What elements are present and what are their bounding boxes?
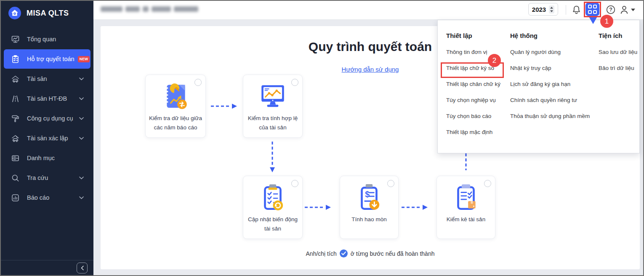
- flow-step-label: Kiểm kê tài sản: [440, 215, 492, 224]
- sidebar-item-tong-quan[interactable]: Tổng quan: [4, 29, 90, 49]
- menu-item-thoa-thuan-su-dung[interactable]: Thỏa thuận sử dụng phần mềm: [510, 113, 598, 119]
- sidebar-item-label: Tài sản: [27, 75, 47, 82]
- catalog-icon: [11, 154, 20, 163]
- menu-item-nhat-ky-truy-cap[interactable]: Nhật ký truy cập: [510, 65, 598, 71]
- menu-item-quan-ly-nguoi-dung[interactable]: Quản lý người dùng: [510, 49, 598, 55]
- sidebar: MISA QLTS Tổng quan Hỗ trợ quyết toán NE…: [1, 1, 93, 275]
- caret-down-icon[interactable]: [631, 8, 635, 11]
- flow-step-kiem-tra-du-lieu[interactable]: Kiểm tra dữ liệu giữa các năm báo cáo: [145, 75, 206, 138]
- sidebar-item-cong-cu-dung-cu[interactable]: Công cụ dụng cụ: [4, 109, 90, 128]
- menu-header: Hệ thống: [510, 32, 598, 39]
- clipboard-box-icon: [437, 183, 495, 213]
- sidebar-item-label: Tổng quan: [27, 36, 56, 43]
- flow-step-tinh-hao-mon[interactable]: $ Tính hao mòn: [340, 176, 399, 239]
- menu-item-thiet-lap-chu-ky-so[interactable]: Thiết lập chữ ký số: [446, 65, 509, 71]
- annotation-step-2-badge: 2: [488, 54, 501, 67]
- grid-icon: [588, 5, 592, 8]
- dashboard-icon: [11, 35, 20, 44]
- menu-item-tuy-chon-bao-cao[interactable]: Tùy chọn báo cáo: [446, 113, 509, 119]
- chevron-down-icon: [79, 117, 84, 120]
- svg-text:?: ?: [609, 7, 612, 13]
- menu-item-thong-tin-don-vi[interactable]: Thông tin đơn vị: [446, 49, 509, 55]
- chevron-down-icon: [79, 177, 84, 180]
- menu-item-lich-su-dang-ky[interactable]: Lịch sử đăng ký gia hạn: [510, 81, 598, 87]
- redacted-text-segment: [143, 6, 149, 12]
- chevron-down-icon: [79, 137, 84, 140]
- settings-dropdown: Thiết lập Thông tin đơn vị Thiết lập chữ…: [437, 20, 640, 153]
- chevron-down-icon: [79, 78, 84, 80]
- monitor-chart-icon: [243, 82, 302, 112]
- question-icon: ?: [606, 5, 616, 15]
- flow-arrow-right: [401, 204, 428, 211]
- menu-item-chinh-sach-quyen-rieng-tu[interactable]: Chính sách quyền riêng tư: [510, 97, 598, 103]
- fiscal-year-value: 2023: [532, 6, 546, 13]
- house-car-icon: [11, 134, 20, 143]
- sidebar-item-label: Danh mục: [27, 155, 55, 161]
- flow-step-kiem-ke-tai-san[interactable]: Kiểm kê tài sản: [436, 176, 495, 239]
- app-launcher-button[interactable]: [585, 3, 599, 16]
- flow-step-label: Tính hao mòn: [343, 215, 395, 224]
- user-guide-link[interactable]: Hướng dẫn sử dụng: [342, 66, 399, 73]
- bell-icon: [572, 5, 581, 15]
- menu-header: Tiện ích: [599, 32, 639, 39]
- app-window: MISA QLTS Tổng quan Hỗ trợ quyết toán NE…: [0, 0, 644, 276]
- flow-arrow-right: [210, 103, 238, 110]
- user-menu-button[interactable]: [619, 4, 630, 15]
- house-car-icon: [11, 75, 20, 83]
- flow-line-down: [463, 153, 469, 171]
- new-badge: NEW: [78, 56, 90, 62]
- sidebar-item-tai-san-ht-db[interactable]: Tài sản HT-ĐB: [4, 89, 90, 108]
- misa-logo-icon: [8, 7, 21, 19]
- help-button[interactable]: ?: [605, 4, 616, 15]
- sidebar-item-label: Tài sản HT-ĐB: [27, 95, 67, 102]
- redacted-text-segment: [174, 6, 198, 12]
- flow-step-kiem-tra-hop-le[interactable]: Kiểm tra tính hợp lệ của tài sản: [243, 75, 303, 138]
- menu-header: Thiết lập: [446, 32, 509, 39]
- topbar-divider: [566, 5, 566, 15]
- sidebar-item-ho-tro-quyet-toan[interactable]: Hỗ trợ quyết toán NEW: [4, 49, 90, 69]
- notifications-button[interactable]: [571, 4, 582, 15]
- sidebar-item-label: Tài sản xác lập: [27, 135, 68, 142]
- menu-item-thiet-lap-chan-chu-ky[interactable]: Thiết lập chân chữ ký: [446, 81, 509, 87]
- note-suffix: ở từng bước nếu đã hoàn thành: [351, 250, 435, 257]
- grid-icon: [588, 10, 592, 14]
- sidebar-item-tra-cuu[interactable]: Tra cứu: [4, 168, 90, 188]
- clipboard-check-icon: [11, 55, 20, 64]
- menu-item-bao-tri-du-lieu[interactable]: Bảo trì dữ liệu: [599, 65, 639, 71]
- sidebar-item-bao-cao[interactable]: Báo cáo: [4, 188, 90, 207]
- sidebar-item-tai-san-xac-lap[interactable]: Tài sản xác lập: [4, 129, 90, 148]
- completion-note: Anh/chị tích ở từng bước nếu đã hoàn thà…: [101, 249, 640, 257]
- chevron-down-icon: [79, 196, 84, 199]
- menu-item-thiet-lap-mac-dinh[interactable]: Thiết lập mặc định: [446, 129, 509, 135]
- paint-roller-icon: [11, 114, 20, 123]
- sidebar-item-label: Công cụ dụng cụ: [27, 115, 73, 122]
- menu-item-tuy-chon-nghiep-vu[interactable]: Tùy chọn nghiệp vụ: [446, 97, 509, 103]
- report-icon: [11, 193, 20, 202]
- sidebar-item-danh-muc[interactable]: Danh mục: [4, 148, 90, 168]
- redacted-text-segment: [152, 6, 171, 12]
- sidebar-nav: Tổng quan Hỗ trợ quyết toán NEW Tài sản …: [1, 29, 93, 207]
- menu-column-thiet-lap: Thiết lập Thông tin đơn vị Thiết lập chữ…: [446, 20, 509, 135]
- grid-icon: [593, 5, 597, 8]
- sidebar-item-tai-san[interactable]: Tài sản: [4, 69, 90, 88]
- chevron-left-icon: [80, 265, 84, 271]
- year-stepper-icon[interactable]: [549, 5, 554, 13]
- clipboard-refresh-icon: [243, 183, 302, 213]
- flow-step-label: Kiểm tra tính hợp lệ của tài sản: [246, 114, 299, 133]
- clipboard-dollar-icon: $: [340, 183, 398, 213]
- search-icon: [11, 174, 20, 182]
- redacted-text-segment: [101, 6, 122, 12]
- annotation-step-1-badge: 1: [600, 15, 613, 28]
- dropdown-pointer-icon: [588, 16, 598, 24]
- fiscal-year-selector[interactable]: 2023: [528, 3, 558, 16]
- sidebar-collapse-button[interactable]: [77, 263, 88, 273]
- check-circle-icon: [340, 249, 348, 257]
- redacted-text-segment: [125, 6, 140, 12]
- redacted-unit-name: [101, 6, 198, 12]
- brand-name: MISA QLTS: [27, 9, 69, 18]
- menu-item-sao-luu-du-lieu[interactable]: Sao lưu dữ liệu: [599, 49, 639, 55]
- note-prefix: Anh/chị tích: [306, 250, 337, 257]
- flow-step-cap-nhat-bien-dong[interactable]: Cập nhật biến động tài sản: [243, 176, 303, 239]
- road-icon: [11, 94, 20, 103]
- menu-column-tien-ich: Tiện ích Sao lưu dữ liệu Bảo trì dữ liệu: [599, 20, 639, 71]
